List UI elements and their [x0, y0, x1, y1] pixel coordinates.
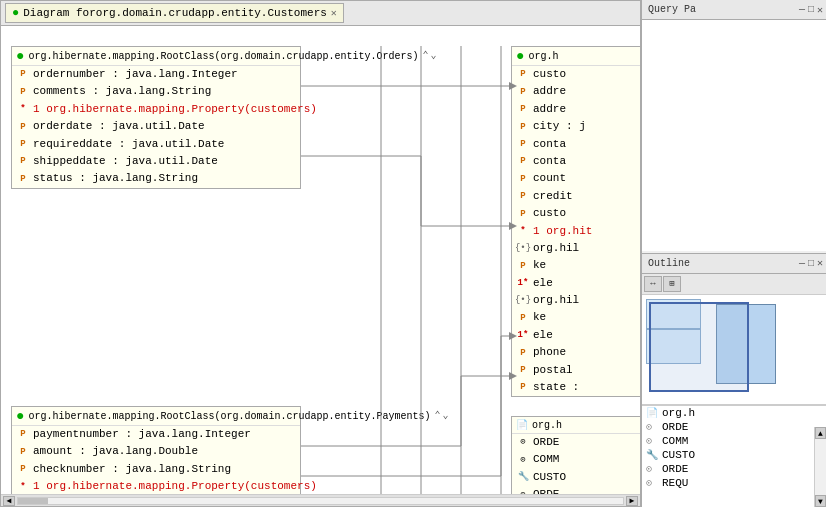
cust-p10-icon: *	[516, 226, 530, 236]
orders-row-comments[interactable]: P comments : java.lang.String	[12, 83, 300, 100]
outline-minimize-button[interactable]: —	[798, 256, 806, 270]
orders-collapse-icon[interactable]: ⌃	[422, 51, 428, 61]
orders-row-orderdate[interactable]: P orderdate : java.util.Date	[12, 118, 300, 135]
outline-circle-icon-3: ⊙	[646, 463, 660, 475]
outline-item-custo-label: CUSTO	[662, 449, 695, 461]
cust-r19: state :	[533, 380, 579, 395]
cust-r10: 1 org.hit	[533, 224, 592, 239]
customers-row-5[interactable]: Pconta	[512, 136, 640, 153]
outline-item-custo[interactable]: 🔧 CUSTO	[642, 448, 826, 462]
query-close-button[interactable]: ✕	[816, 3, 824, 17]
outline-mini-diagram[interactable]	[642, 295, 826, 405]
br-text-2: COMM	[533, 452, 559, 467]
scroll-track[interactable]	[17, 497, 624, 505]
outline-item-orgh[interactable]: 📄 org.h	[642, 406, 826, 420]
orders-row-shippeddate[interactable]: P shippeddate : java.util.Date	[12, 153, 300, 170]
outline-item-orde2-label: ORDE	[662, 463, 688, 475]
outline-item-requ[interactable]: ⊙ REQU	[642, 476, 826, 490]
outline-item-orde2[interactable]: ⊙ ORDE	[642, 462, 826, 476]
diagram-canvas: ● org.hibernate.mapping.RootClass(org.do…	[1, 26, 640, 494]
outline-item-requ-label: REQU	[662, 477, 688, 489]
cust-r17: phone	[533, 345, 566, 360]
cust-p16-icon: 1*	[516, 331, 530, 341]
cust-r2: addre	[533, 84, 566, 99]
bottom-right-entity-title: org.h	[532, 420, 562, 431]
br-row-1[interactable]: ⊙ORDE	[512, 434, 640, 451]
scroll-thumb	[18, 498, 48, 504]
customers-row-2[interactable]: Paddre	[512, 83, 640, 100]
orders-shippeddate-text: shippeddate : java.util.Date	[33, 154, 218, 169]
cust-p5-icon: P	[516, 139, 530, 149]
outline-item-orde1[interactable]: ⊙ ORDE	[642, 420, 826, 434]
outline-sync-button[interactable]: ↔	[644, 276, 662, 292]
cust-r9: custo	[533, 206, 566, 221]
scroll-left-button[interactable]: ◀	[3, 496, 15, 506]
outline-scroll-down-button[interactable]: ▼	[815, 495, 826, 507]
customers-row-10[interactable]: *1 org.hit	[512, 223, 640, 240]
outline-maximize-button[interactable]: □	[807, 256, 815, 270]
payments-amount-text: amount : java.lang.Double	[33, 444, 198, 459]
customers-row-1[interactable]: Pcusto	[512, 66, 640, 83]
customers-row-17[interactable]: Pphone	[512, 344, 640, 361]
customers-row-13[interactable]: 1*ele	[512, 275, 640, 292]
customers-row-15[interactable]: Pke	[512, 309, 640, 326]
payments-paymentnumber-text: paymentnumber : java.lang.Integer	[33, 427, 251, 442]
customers-row-12[interactable]: Pke	[512, 257, 640, 274]
payments-collapse-icon[interactable]: ⌃	[434, 411, 440, 421]
br-row-3[interactable]: 🔧CUSTO	[512, 469, 640, 486]
query-panel: Query Pa — □ ✕	[642, 0, 826, 254]
customers-row-16[interactable]: 1*ele	[512, 327, 640, 344]
tab-bar: ● Diagram fororg.domain.crudapp.entity.C…	[1, 1, 640, 26]
cust-r1: custo	[533, 67, 566, 82]
outline-file-icon: 📄	[646, 407, 660, 419]
orders-row-status[interactable]: P status : java.lang.String	[12, 170, 300, 187]
br-row-2[interactable]: ⊙COMM	[512, 451, 640, 468]
query-maximize-button[interactable]: □	[807, 3, 815, 17]
customers-green-dot-icon: ●	[516, 49, 524, 63]
payments-row-amount[interactable]: P amount : java.lang.Double	[12, 443, 300, 460]
orders-ordernumber-icon: P	[16, 70, 30, 80]
outline-item-comm[interactable]: ⊙ COMM	[642, 434, 826, 448]
customers-row-4[interactable]: Pcity : j	[512, 118, 640, 135]
payments-entity-box: ● org.hibernate.mapping.RootClass(org.do…	[11, 406, 301, 494]
br-icon-4: ⊙	[516, 490, 530, 494]
outline-scroll-up-button[interactable]: ▲	[815, 427, 826, 439]
payments-expand-icon[interactable]: ⌄	[443, 411, 449, 421]
cust-r4: city : j	[533, 119, 586, 134]
orders-row-customers[interactable]: * 1 org.hibernate.mapping.Property(custo…	[12, 101, 300, 118]
diagram-tab[interactable]: ● Diagram fororg.domain.crudapp.entity.C…	[5, 3, 344, 23]
orders-entity-box: ● org.hibernate.mapping.RootClass(org.do…	[11, 46, 301, 189]
outline-list: 📄 org.h ⊙ ORDE ⊙ COMM 🔧 CUSTO ⊙ ORDE ⊙ R	[642, 405, 826, 507]
payments-row-checknumber[interactable]: P checknumber : java.lang.String	[12, 461, 300, 478]
orders-row-requireddate[interactable]: P requireddate : java.util.Date	[12, 136, 300, 153]
outline-vscrollbar: ▲ ▼	[814, 427, 826, 507]
orders-expand-icon[interactable]: ⌄	[431, 51, 437, 61]
customers-row-18[interactable]: Ppostal	[512, 362, 640, 379]
payments-row-customers[interactable]: * 1 org.hibernate.mapping.Property(custo…	[12, 478, 300, 494]
outline-scroll-track[interactable]	[815, 439, 826, 495]
query-panel-controls: — □ ✕	[798, 3, 824, 17]
br-row-4[interactable]: ⊙ORDE	[512, 486, 640, 494]
scroll-right-button[interactable]: ▶	[626, 496, 638, 506]
customers-row-11[interactable]: {•}org.hil	[512, 240, 640, 257]
outline-close-button[interactable]: ✕	[816, 256, 824, 270]
customers-row-7[interactable]: Pcount	[512, 170, 640, 187]
cust-p17-icon: P	[516, 348, 530, 358]
br-text-1: ORDE	[533, 435, 559, 450]
query-minimize-button[interactable]: —	[798, 3, 806, 17]
outline-item-orde1-label: ORDE	[662, 421, 688, 433]
payments-row-paymentnumber[interactable]: P paymentnumber : java.lang.Integer	[12, 426, 300, 443]
customers-row-8[interactable]: Pcredit	[512, 188, 640, 205]
orders-entity-header: ● org.hibernate.mapping.RootClass(org.do…	[12, 47, 300, 66]
outline-layout-button[interactable]: ⊞	[663, 276, 681, 292]
orders-row-ordernumber[interactable]: P ordernumber : java.lang.Integer	[12, 66, 300, 83]
payments-checknumber-text: checknumber : java.lang.String	[33, 462, 231, 477]
customers-row-9[interactable]: Pcusto	[512, 205, 640, 222]
customers-row-14[interactable]: {•}org.hil	[512, 292, 640, 309]
orders-requireddate-icon: P	[16, 139, 30, 149]
customers-row-3[interactable]: Paddre	[512, 101, 640, 118]
tab-close-icon[interactable]: ✕	[331, 7, 337, 19]
customers-row-19[interactable]: Pstate :	[512, 379, 640, 396]
customers-row-6[interactable]: Pconta	[512, 153, 640, 170]
orders-comments-icon: P	[16, 87, 30, 97]
